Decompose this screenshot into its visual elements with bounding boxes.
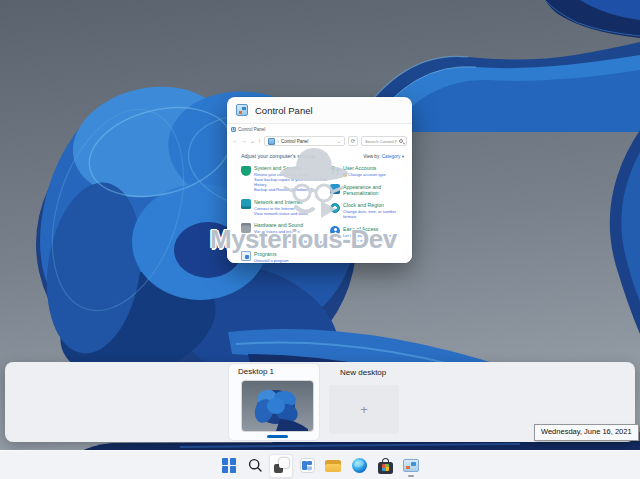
control-panel-icon xyxy=(236,104,248,116)
windows-logo-icon xyxy=(222,458,236,472)
file-explorer-button[interactable] xyxy=(321,454,345,478)
active-desktop-indicator xyxy=(267,435,288,438)
widgets-icon xyxy=(300,458,315,473)
running-app-indicator xyxy=(408,475,414,477)
category-title: Appearance and Personalization xyxy=(343,184,404,196)
store-bag-icon xyxy=(378,458,393,474)
back-icon: ← xyxy=(232,138,238,144)
control-panel-taskbar-button[interactable] xyxy=(399,454,423,478)
shield-icon xyxy=(241,166,251,176)
watermark-text: Mysterious-Dev xyxy=(210,224,397,255)
network-monitor-icon xyxy=(241,199,251,209)
taskbar-icon-group xyxy=(217,451,423,479)
control-panel-icon xyxy=(231,127,236,132)
date-tooltip: Wednesday, June 16, 2021 xyxy=(534,424,639,441)
spy-watermark-icon xyxy=(276,141,352,227)
screen: Control Panel Control Panel ← → ⌄ ↑ › Co… xyxy=(0,0,640,479)
edge-button[interactable] xyxy=(347,454,371,478)
window-titlebar: Control Panel xyxy=(227,124,412,134)
view-by: View by: Category ▾ xyxy=(363,154,404,159)
plus-icon: + xyxy=(360,403,368,416)
up-icon: ↑ xyxy=(258,138,261,144)
desktop-1-thumbnail[interactable] xyxy=(242,381,313,431)
preview-card-titlebar: Control Panel xyxy=(227,97,412,123)
forward-icon: → xyxy=(241,138,247,144)
task-view-button[interactable] xyxy=(269,454,293,478)
task-link: Uninstall a program xyxy=(254,258,289,263)
preview-card-title: Control Panel xyxy=(255,105,313,116)
control-panel-icon xyxy=(268,138,275,145)
search-icon xyxy=(248,458,263,473)
category-title: Clock and Region xyxy=(343,202,404,208)
start-button[interactable] xyxy=(217,454,241,478)
microsoft-store-button[interactable] xyxy=(373,454,397,478)
view-by-caret-icon: ▾ xyxy=(402,154,404,159)
taskbar: 1:32 PM Wednesday 6/16/2021 xyxy=(0,450,640,479)
control-panel-icon xyxy=(403,459,419,472)
task-view-icon xyxy=(274,458,289,473)
window-title: Control Panel xyxy=(238,127,265,132)
desktop-thumbnail-wallpaper xyxy=(242,381,313,431)
widgets-button[interactable] xyxy=(295,454,319,478)
search-button[interactable] xyxy=(243,454,267,478)
edge-icon xyxy=(352,458,367,473)
folder-icon xyxy=(325,459,341,472)
desktop-1-label: Desktop 1 xyxy=(238,367,274,376)
recent-pages-icon: ⌄ xyxy=(250,138,255,144)
view-by-label: View by: xyxy=(363,154,380,159)
search-icon xyxy=(399,139,403,143)
view-by-value: Category xyxy=(382,154,401,159)
task-link: Change date, time, or number formats xyxy=(343,209,404,219)
new-desktop-button[interactable]: + xyxy=(329,385,399,434)
search-placeholder: Search Control Panel xyxy=(365,139,397,144)
new-desktop-label: New desktop xyxy=(340,368,386,377)
search-box: Search Control Panel xyxy=(361,136,407,146)
